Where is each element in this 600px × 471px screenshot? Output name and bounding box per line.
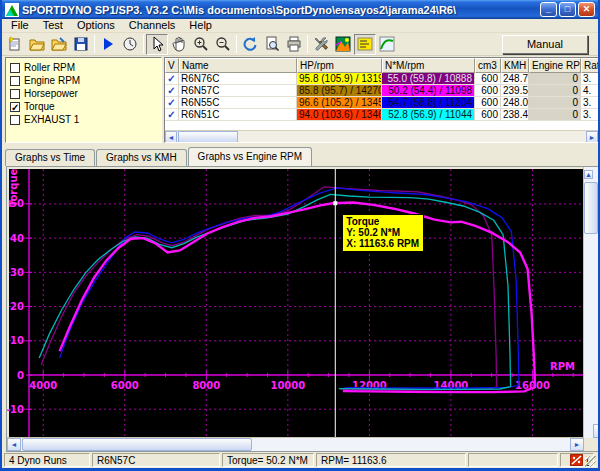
tab-graphs-vs-time[interactable]: Graphs vs Time (5, 149, 95, 166)
print-icon[interactable] (283, 34, 305, 55)
open-icon[interactable] (26, 34, 48, 55)
print-preview-icon[interactable] (261, 34, 283, 55)
options-icon[interactable] (310, 34, 332, 55)
scroll-thumb[interactable] (22, 438, 252, 451)
scroll-thumb[interactable] (584, 182, 598, 234)
table-hscrollbar[interactable]: ◄ ► (165, 130, 598, 142)
scroll-left-icon[interactable]: ◄ (165, 131, 177, 143)
close-button[interactable]: ✕ (578, 2, 595, 17)
tab-graphs-vs-kmh[interactable]: Graphs vs KMH (96, 149, 187, 166)
legend-icon[interactable] (354, 34, 376, 55)
checkbox-icon[interactable] (10, 76, 20, 86)
svg-text:10: 10 (10, 335, 24, 346)
chart-area[interactable]: 40006000800010000120001400016000-1001020… (6, 166, 599, 452)
torque-chart[interactable]: 40006000800010000120001400016000-1001020… (7, 167, 584, 439)
table-cell: ✓ (165, 109, 179, 121)
column-header[interactable]: cm3 (475, 58, 501, 73)
play-icon[interactable] (97, 34, 119, 55)
status-panel: RPM= 11163.6 (316, 453, 466, 467)
scroll-right-icon[interactable]: ► (570, 438, 584, 451)
tooltip-x-value: X: 11163.6 RPM (346, 238, 419, 249)
table-row[interactable]: ✓R6N55C96.6 (105.2) / 1345254.7 (58.8) /… (165, 97, 599, 109)
new-test-icon[interactable] (4, 34, 26, 55)
pan-icon[interactable] (168, 34, 190, 55)
menu-bar: FileTestOptionsChannelsHelp (2, 19, 598, 33)
channel-item[interactable]: ✓Torque (10, 100, 157, 113)
import-icon[interactable] (48, 34, 70, 55)
column-header[interactable]: Name (179, 58, 297, 73)
channel-item[interactable]: Engine RPM (10, 74, 157, 87)
column-header[interactable]: KMH (501, 58, 529, 73)
scroll-right-icon[interactable]: ► (586, 131, 598, 143)
menu-options[interactable]: Options (70, 19, 122, 32)
minimize-button[interactable]: _ (540, 2, 557, 17)
menu-test[interactable]: Test (36, 19, 70, 32)
scroll-left-icon[interactable]: ◄ (7, 438, 21, 451)
toolbar-separator (236, 35, 237, 53)
table-row[interactable]: ✓R6N51C94.0 (103.6) / 1346052.8 (56.9) /… (165, 109, 599, 121)
graph-tabs: Graphs vs TimeGraphs vs KMHGraphs vs Eng… (5, 147, 599, 166)
table-cell: 3. (581, 97, 599, 109)
svg-text:16000: 16000 (515, 380, 550, 391)
column-header[interactable]: V (165, 58, 179, 73)
runs-table-body: VNameHP/rpmN*M/rpmcm3KMHEngine RPMRatio✓… (165, 58, 598, 121)
svg-text:4000: 4000 (29, 380, 57, 391)
channel-item[interactable]: Horsepower (10, 87, 157, 100)
table-cell: 54.7 (58.8) / 11204 (382, 97, 475, 109)
table-cell: ✓ (165, 85, 179, 97)
table-row[interactable]: ✓R6N57C85.8 (95.7) / 1427050.2 (54.4) / … (165, 85, 599, 97)
svg-text:RPM: RPM (550, 361, 575, 372)
table-row[interactable]: ✓R6N76C95.8 (105.9) / 1319455.0 (59.8) /… (165, 73, 599, 85)
manual-button[interactable]: Manual (502, 35, 588, 54)
graph-image-icon[interactable] (332, 34, 354, 55)
channel-item[interactable]: EXHAUST 1 (10, 113, 157, 126)
toolbar-separator (143, 35, 144, 53)
chart-tooltip: Torque Y: 50.2 N*M X: 11163.6 RPM (342, 214, 424, 252)
save-icon[interactable] (70, 34, 92, 55)
scroll-down-icon[interactable]: ▼ (593, 424, 600, 438)
column-header[interactable]: N*M/rpm (382, 58, 475, 73)
menu-help[interactable]: Help (182, 19, 219, 32)
refresh-icon[interactable] (239, 34, 261, 55)
cursor-icon[interactable] (146, 34, 168, 55)
scroll-thumb[interactable] (178, 131, 238, 143)
checkbox-icon[interactable]: ✓ (10, 102, 20, 112)
table-cell: 248.0 (501, 97, 529, 109)
checkbox-icon[interactable] (10, 63, 20, 73)
toolbar: Manual (2, 33, 598, 56)
table-cell: ✓ (165, 73, 179, 85)
scroll-up-icon[interactable]: ▲ (584, 170, 593, 179)
maximize-button[interactable]: □ (559, 2, 576, 17)
timer-icon[interactable] (119, 34, 141, 55)
channel-item[interactable]: Roller RPM (10, 61, 157, 74)
chart-hscrollbar[interactable]: ◄ ► (7, 437, 584, 451)
channel-label: Torque (24, 101, 55, 112)
resize-grip[interactable] (585, 456, 596, 467)
table-cell: 4. (581, 85, 599, 97)
column-header[interactable]: Engine RPM (529, 58, 581, 73)
column-header[interactable]: HP/rpm (297, 58, 382, 73)
svg-text:30: 30 (10, 267, 24, 278)
toolbar-separator (307, 35, 308, 53)
channel-label: Engine RPM (24, 75, 80, 86)
menu-channels[interactable]: Channels (122, 19, 182, 32)
title-bar[interactable]: SPORTDYNO SP1/SP3. V3.2 C:\Mis documento… (2, 0, 598, 19)
column-header[interactable]: Ratio (581, 58, 599, 73)
channel-label: Horsepower (24, 88, 78, 99)
checkbox-icon[interactable] (10, 89, 20, 99)
zoom-out-icon[interactable] (212, 34, 234, 55)
disconnected-icon (570, 454, 583, 466)
curve-icon[interactable] (376, 34, 398, 55)
status-panel: R6N57C (92, 453, 220, 467)
table-cell: 3. (581, 109, 599, 121)
table-cell: 96.6 (105.2) / 13452 (297, 97, 382, 109)
zoom-in-icon[interactable] (190, 34, 212, 55)
table-cell: 0 (529, 85, 581, 97)
table-cell: R6N57C (179, 85, 297, 97)
tab-graphs-vs-engine-rpm[interactable]: Graphs vs Engine RPM (188, 147, 313, 166)
checkbox-icon[interactable] (10, 115, 20, 125)
table-cell: R6N55C (179, 97, 297, 109)
chart-vscrollbar[interactable]: ▲ ▼ (583, 167, 598, 438)
table-cell: 600 (475, 73, 501, 85)
menu-file[interactable]: File (4, 19, 36, 32)
